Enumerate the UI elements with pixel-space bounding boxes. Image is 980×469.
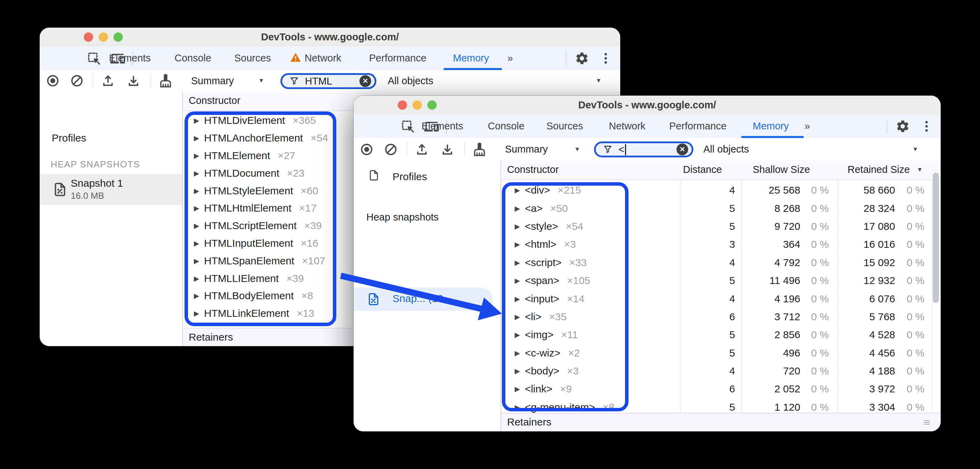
- clear-input-icon[interactable]: ×: [676, 144, 688, 155]
- upload-icon[interactable]: [415, 142, 429, 157]
- snapshot-item[interactable]: Snap... (18....: [353, 287, 493, 311]
- disclosure-triangle-icon[interactable]: ▶: [515, 367, 520, 375]
- disclosure-triangle-icon[interactable]: ▶: [515, 313, 520, 321]
- dropdown-arrow-icon[interactable]: ▼: [596, 70, 601, 91]
- dropdown-arrow-icon[interactable]: ▼: [258, 70, 264, 91]
- kebab-menu-icon[interactable]: [919, 119, 934, 134]
- constructor-column-header[interactable]: Constructor: [507, 161, 559, 179]
- disclosure-triangle-icon[interactable]: ▶: [194, 204, 199, 212]
- distance-value: 6: [679, 383, 735, 395]
- distance-value: 5: [679, 401, 735, 413]
- retained-size-cell: 58 6600 %: [837, 184, 931, 196]
- disclosure-triangle-icon[interactable]: ▶: [515, 330, 520, 339]
- retained-size-column-header[interactable]: Retained Size: [848, 161, 910, 179]
- table-row[interactable]: ▶<input>×1444 1960 %6 0760 %: [501, 290, 941, 308]
- tab-network[interactable]: Network: [290, 46, 341, 70]
- constructor-cell: ▶<g-menu-item>×8: [501, 401, 679, 413]
- class-filter-input[interactable]: HTML ×: [280, 73, 376, 89]
- tab-elements[interactable]: Elements: [109, 46, 151, 70]
- upload-icon[interactable]: [101, 73, 115, 88]
- disclosure-triangle-icon[interactable]: ▶: [194, 274, 199, 282]
- tab-memory[interactable]: Memory: [453, 46, 489, 70]
- table-row[interactable]: ▶<div>×215425 5680 %58 6600 %: [501, 181, 941, 199]
- disclosure-triangle-icon[interactable]: ▶: [194, 187, 199, 195]
- disclosure-triangle-icon[interactable]: ▶: [515, 276, 520, 285]
- class-filter-input[interactable]: < ×: [594, 142, 694, 157]
- disclosure-triangle-icon[interactable]: ▶: [194, 169, 199, 177]
- disclosure-triangle-icon[interactable]: ▶: [515, 258, 520, 267]
- tab-network[interactable]: Network: [609, 115, 645, 138]
- objects-filter-select[interactable]: All objects: [703, 138, 749, 161]
- table-row[interactable]: ▶<script>×3344 7920 %15 0920 %: [501, 254, 941, 271]
- disclosure-triangle-icon[interactable]: ▶: [515, 204, 520, 212]
- titlebar[interactable]: DevTools - www.google.com/: [40, 28, 620, 47]
- download-icon[interactable]: [440, 142, 455, 157]
- disclosure-triangle-icon[interactable]: ▶: [515, 385, 520, 393]
- disclosure-triangle-icon[interactable]: ▶: [194, 116, 199, 124]
- table-row[interactable]: ▶<html>×333640 %16 0160 %: [501, 235, 941, 253]
- perspective-select[interactable]: Summary: [505, 138, 548, 161]
- titlebar[interactable]: DevTools - www.google.com/: [353, 96, 941, 115]
- disclosure-triangle-icon[interactable]: ▶: [194, 134, 199, 142]
- clear-icon[interactable]: [383, 142, 398, 157]
- disclosure-triangle-icon[interactable]: ▶: [194, 292, 199, 300]
- record-icon[interactable]: [46, 73, 60, 88]
- table-row[interactable]: ▶<style>×5459 7200 %17 0800 %: [501, 217, 941, 235]
- dropdown-arrow-icon[interactable]: ▼: [912, 138, 918, 161]
- tab-console[interactable]: Console: [488, 115, 524, 138]
- collect-garbage-icon[interactable]: [472, 142, 487, 157]
- disclosure-triangle-icon[interactable]: ▶: [194, 222, 199, 230]
- disclosure-triangle-icon[interactable]: ▶: [515, 295, 520, 303]
- download-icon[interactable]: [126, 73, 141, 88]
- disclosure-triangle-icon[interactable]: ▶: [515, 240, 520, 249]
- tab-performance[interactable]: Performance: [669, 115, 727, 138]
- disclosure-triangle-icon[interactable]: ▶: [194, 257, 199, 265]
- record-icon[interactable]: [360, 142, 374, 157]
- disclosure-triangle-icon[interactable]: ▶: [515, 403, 520, 412]
- tab-[interactable]: »: [804, 115, 810, 138]
- snapshot-item[interactable]: Snapshot 1 16.0 MB: [40, 174, 182, 205]
- disclosure-triangle-icon[interactable]: ▶: [515, 349, 520, 357]
- disclosure-triangle-icon[interactable]: ▶: [515, 186, 520, 194]
- tab-sources[interactable]: Sources: [234, 46, 271, 70]
- vertical-scrollbar[interactable]: [933, 172, 939, 303]
- constructor-name: HTMLLIElement: [204, 273, 279, 284]
- tab-[interactable]: »: [508, 46, 513, 70]
- resize-grip-icon[interactable]: [921, 418, 933, 426]
- disclosure-triangle-icon[interactable]: ▶: [515, 222, 520, 231]
- profiles-heading[interactable]: Profiles: [393, 171, 427, 183]
- table-row[interactable]: ▶<link>×962 0520 %3 9720 %: [501, 380, 941, 398]
- tab-console[interactable]: Console: [175, 46, 211, 70]
- distance-column-header[interactable]: Distance: [683, 161, 722, 179]
- inspect-icon[interactable]: [401, 120, 415, 134]
- clear-icon[interactable]: [70, 73, 84, 88]
- table-row[interactable]: ▶<li>×3563 7120 %5 7680 %: [501, 308, 941, 326]
- clear-input-icon[interactable]: ×: [360, 75, 371, 87]
- table-row[interactable]: ▶<img>×1152 8560 %4 5280 %: [501, 326, 941, 344]
- shallow-size-column-header[interactable]: Shallow Size: [752, 161, 810, 179]
- constructor-column-header[interactable]: Constructor: [189, 91, 240, 110]
- sort-descending-icon[interactable]: ▼: [917, 161, 923, 179]
- inspect-icon[interactable]: [87, 51, 102, 66]
- retainers-label: Retainers: [189, 329, 233, 345]
- tab-memory[interactable]: Memory: [752, 115, 789, 138]
- dropdown-arrow-icon[interactable]: ▼: [574, 138, 580, 161]
- collect-garbage-icon[interactable]: [158, 73, 173, 88]
- kebab-menu-icon[interactable]: [598, 51, 613, 65]
- disclosure-triangle-icon[interactable]: ▶: [194, 239, 199, 247]
- shallow-size-percent: 0 %: [800, 203, 829, 214]
- tab-elements[interactable]: Elements: [422, 115, 463, 138]
- tab-sources[interactable]: Sources: [546, 115, 583, 138]
- table-row[interactable]: ▶<body>×347200 %4 1880 %: [501, 362, 941, 380]
- retainers-pane[interactable]: Retainers: [501, 413, 941, 431]
- table-row[interactable]: ▶<span>×105511 4960 %12 9320 %: [501, 271, 941, 290]
- gear-icon[interactable]: [575, 51, 589, 65]
- table-row[interactable]: ▶<a>×5058 2680 %28 3240 %: [501, 199, 941, 217]
- objects-filter-select[interactable]: All objects: [388, 70, 433, 91]
- disclosure-triangle-icon[interactable]: ▶: [194, 309, 199, 317]
- gear-icon[interactable]: [896, 119, 910, 134]
- perspective-select[interactable]: Summary: [191, 70, 234, 91]
- disclosure-triangle-icon[interactable]: ▶: [194, 152, 199, 160]
- table-row[interactable]: ▶<c-wiz>×254960 %4 4560 %: [501, 344, 941, 362]
- tab-performance[interactable]: Performance: [369, 46, 426, 70]
